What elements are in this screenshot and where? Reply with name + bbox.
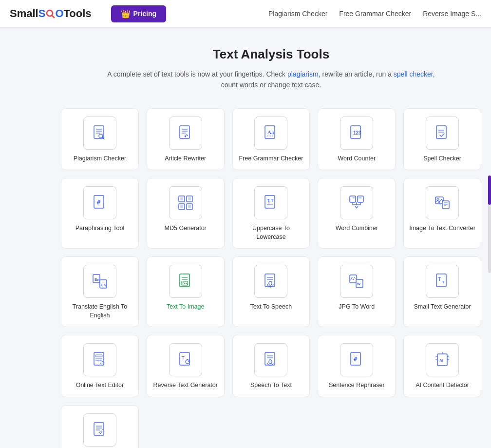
tool-icon-reverse-text-generator: T — [169, 343, 202, 376]
tool-card-spell-checker[interactable]: Spell Checker — [403, 108, 481, 171]
page-description: A complete set of text tools is now at y… — [106, 69, 437, 91]
svg-rect-27 — [180, 205, 183, 208]
logo-seo2: O — [55, 7, 63, 20]
nav-links: Plagiarism Checker Free Grammar Checker … — [268, 10, 481, 18]
tool-icon-paragraph-rewriter — [83, 413, 116, 447]
svg-text:123: 123 — [353, 130, 361, 136]
svg-text:T: T — [267, 198, 270, 203]
tool-label-small-text-generator: Small Text Generator — [414, 303, 471, 312]
tool-label-sentence-rephraser: Sentence Rephraser — [329, 381, 385, 390]
tool-card-word-combiner[interactable]: Word Combiner — [318, 178, 396, 249]
tool-card-text-to-image[interactable]: Text To Image — [147, 256, 225, 327]
sidebar-left — [10, 47, 61, 448]
logo-seo: S — [38, 7, 46, 20]
tool-card-free-grammar-checker[interactable]: Aa Free Grammar Checker — [232, 108, 310, 171]
svg-text:T: T — [271, 198, 274, 203]
tool-card-article-rewriter[interactable]: Article Rewriter — [147, 108, 225, 171]
tool-icon-jpg-to-word: W — [340, 265, 373, 298]
svg-line-1 — [52, 16, 54, 18]
tool-icon-article-rewriter — [169, 117, 202, 150]
tool-icon-word-counter: 123 — [340, 117, 373, 150]
plagiarism-link[interactable]: plagiarism — [287, 70, 319, 78]
nav-reverse[interactable]: Reverse Image S... — [423, 10, 481, 18]
tool-label-md5-generator: MD5 Generator — [165, 224, 207, 233]
nav-plagiarism[interactable]: Plagiarism Checker — [268, 10, 327, 18]
content-area: Text Analysis Tools A complete set of te… — [61, 47, 481, 448]
svg-rect-8 — [180, 126, 189, 138]
tool-card-translate-english-to-english[interactable]: En En Translate English To English — [61, 256, 139, 327]
tool-icon-spell-checker — [426, 117, 459, 150]
tool-card-plagiarism-checker[interactable]: Plagiarism Checker — [61, 108, 139, 171]
svg-rect-36 — [358, 196, 363, 202]
tool-card-image-to-text-converter[interactable]: Image To Text Converter — [403, 178, 481, 249]
tool-label-text-to-image: Text To Image — [167, 303, 205, 312]
svg-text:T: T — [442, 280, 445, 284]
tool-card-online-text-editor[interactable]: Online Text Editor — [61, 335, 139, 397]
header: SmallSOTools 👑 Pricing Plagiarism Checke… — [0, 0, 491, 27]
logo-small: Small — [10, 7, 38, 20]
tool-icon-plagiarism-checker — [83, 117, 116, 150]
spell-link[interactable]: spell checker — [394, 70, 433, 78]
tool-icon-ai-content-detector: AI — [426, 343, 459, 376]
tool-icon-image-to-text-converter — [426, 186, 459, 219]
tool-label-uppercase-to-lowercase: Uppercase To Lowercase — [238, 224, 305, 241]
pricing-label: Pricing — [133, 10, 156, 18]
tool-card-jpg-to-word[interactable]: W JPG To Word — [318, 256, 396, 327]
tool-card-small-text-generator[interactable]: T T Small Text Generator — [403, 256, 481, 327]
svg-rect-70 — [180, 352, 189, 365]
tool-label-plagiarism-checker: Plagiarism Checker — [74, 155, 126, 163]
svg-point-60 — [352, 277, 353, 278]
tool-label-ai-content-detector: AI Content Detector — [415, 381, 469, 390]
pricing-button[interactable]: 👑 Pricing — [111, 5, 166, 22]
tool-label-jpg-to-word: JPG To Word — [339, 303, 375, 312]
svg-rect-41 — [442, 201, 449, 209]
tool-label-spell-checker: Spell Checker — [423, 155, 461, 163]
tool-card-sentence-rephraser[interactable]: # Sentence Rephraser — [318, 335, 396, 397]
svg-text:Aa: Aa — [267, 129, 274, 135]
svg-rect-26 — [180, 197, 183, 200]
tool-card-uppercase-to-lowercase[interactable]: T T Uppercase To Lowercase — [232, 178, 310, 249]
svg-text:T: T — [438, 276, 441, 282]
svg-rect-59 — [350, 275, 357, 283]
tool-card-reverse-text-generator[interactable]: T Reverse Text Generator — [147, 335, 225, 397]
logo[interactable]: SmallSOTools — [10, 7, 92, 20]
tool-icon-text-to-image — [169, 265, 202, 298]
tool-label-free-grammar-checker: Free Grammar Checker — [239, 155, 303, 163]
tool-icon-md5-generator — [169, 186, 202, 219]
tool-grid: Plagiarism Checker Article Rewriter — [61, 108, 481, 448]
tool-icon-free-grammar-checker: Aa — [254, 117, 287, 150]
tool-icon-uppercase-to-lowercase: T T — [254, 186, 287, 219]
svg-rect-49 — [180, 274, 189, 287]
svg-rect-35 — [350, 196, 356, 202]
nav-grammar[interactable]: Free Grammar Checker — [339, 10, 411, 18]
svg-text:En: En — [101, 283, 106, 287]
crown-icon: 👑 — [121, 9, 131, 19]
logo-tools: Tools — [64, 7, 92, 20]
svg-text:AI: AI — [439, 358, 443, 363]
tool-icon-small-text-generator: T T — [426, 265, 459, 298]
tool-icon-sentence-rephraser: # — [340, 343, 373, 376]
tool-icon-speech-to-text — [254, 343, 287, 376]
tool-card-paragraph-rewriter[interactable]: Paragraph Rewriter — [61, 405, 139, 448]
tool-label-speech-to-text: Speech To Text — [250, 381, 292, 390]
tool-label-article-rewriter: Article Rewriter — [165, 155, 206, 163]
tool-label-word-counter: Word Counter — [338, 155, 376, 163]
tool-label-image-to-text-converter: Image To Text Converter — [409, 224, 475, 233]
tool-card-md5-generator[interactable]: MD5 Generator — [147, 178, 225, 249]
page-title: Text Analysis Tools — [61, 47, 481, 62]
tool-card-speech-to-text[interactable]: Speech To Text — [232, 335, 310, 397]
scrollbar[interactable] — [488, 175, 491, 273]
tool-card-ai-content-detector[interactable]: AI AI Content Detector — [403, 335, 481, 397]
tool-label-text-to-speech: Text To Speech — [250, 303, 292, 312]
scrollbar-thumb — [488, 175, 491, 205]
svg-text:W: W — [357, 282, 361, 286]
tool-card-paraphrasing-tool[interactable]: # Paraphrasing Tool — [61, 178, 139, 249]
svg-rect-28 — [188, 197, 191, 200]
tool-icon-paraphrasing-tool: # — [83, 186, 116, 219]
tool-card-word-counter[interactable]: 123 Word Counter — [318, 108, 396, 171]
svg-rect-29 — [188, 205, 191, 208]
svg-text:T: T — [182, 355, 185, 360]
tool-label-paraphrasing-tool: Paraphrasing Tool — [76, 224, 125, 233]
tool-icon-translate-english-to-english: En En — [83, 265, 116, 298]
tool-card-text-to-speech[interactable]: Text To Speech — [232, 256, 310, 327]
